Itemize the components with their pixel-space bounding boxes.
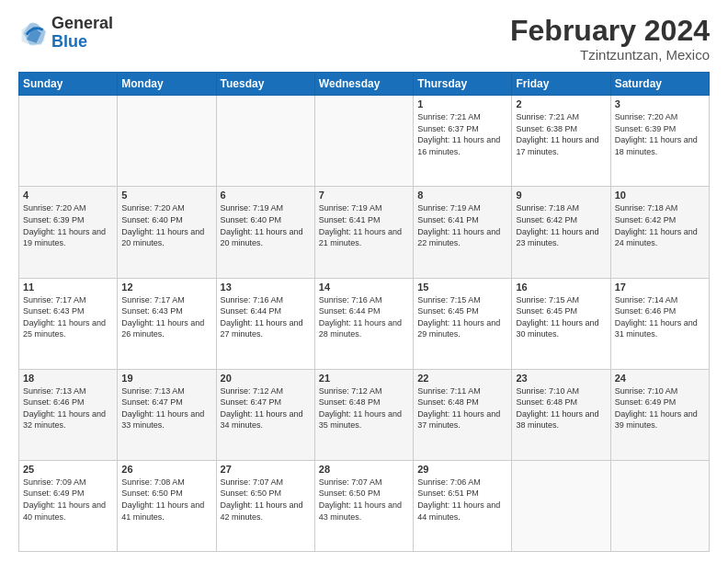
day-info: Sunrise: 7:15 AMSunset: 6:45 PMDaylight:… [516,294,606,340]
calendar-cell: 23Sunrise: 7:10 AMSunset: 6:48 PMDayligh… [512,369,610,460]
calendar-cell: 22Sunrise: 7:11 AMSunset: 6:48 PMDayligh… [414,369,512,460]
calendar-cell: 17Sunrise: 7:14 AMSunset: 6:46 PMDayligh… [610,278,709,369]
day-number: 19 [121,373,211,384]
day-info: Sunrise: 7:13 AMSunset: 6:46 PMDaylight:… [23,385,113,431]
calendar-cell [118,96,216,187]
day-number: 1 [417,98,507,109]
calendar-cell: 3Sunrise: 7:20 AMSunset: 6:39 PMDaylight… [610,96,709,187]
calendar-cell: 24Sunrise: 7:10 AMSunset: 6:49 PMDayligh… [610,369,709,460]
day-number: 2 [516,98,606,109]
calendar-cell: 13Sunrise: 7:16 AMSunset: 6:44 PMDayligh… [216,278,314,369]
day-info: Sunrise: 7:10 AMSunset: 6:48 PMDaylight:… [516,385,606,431]
day-info: Sunrise: 7:19 AMSunset: 6:41 PMDaylight:… [417,202,507,248]
calendar-header-row: SundayMondayTuesdayWednesdayThursdayFrid… [19,73,710,96]
day-number: 20 [221,373,311,384]
day-number: 17 [615,282,705,293]
day-info: Sunrise: 7:19 AMSunset: 6:40 PMDaylight:… [221,202,311,248]
day-number: 16 [516,282,606,293]
calendar-week-row: 11Sunrise: 7:17 AMSunset: 6:43 PMDayligh… [19,278,710,369]
day-info: Sunrise: 7:21 AMSunset: 6:37 PMDaylight:… [417,111,507,157]
day-info: Sunrise: 7:18 AMSunset: 6:42 PMDaylight:… [615,202,705,248]
day-number: 6 [221,190,311,201]
day-info: Sunrise: 7:20 AMSunset: 6:39 PMDaylight:… [615,111,705,157]
calendar-cell: 28Sunrise: 7:07 AMSunset: 6:50 PMDayligh… [314,460,413,551]
calendar-cell: 29Sunrise: 7:06 AMSunset: 6:51 PMDayligh… [414,460,512,551]
day-info: Sunrise: 7:17 AMSunset: 6:43 PMDaylight:… [121,294,211,340]
day-number: 26 [121,464,211,475]
calendar-cell [19,96,118,187]
calendar-week-row: 25Sunrise: 7:09 AMSunset: 6:49 PMDayligh… [19,460,710,551]
day-number: 18 [23,373,113,384]
day-info: Sunrise: 7:20 AMSunset: 6:40 PMDaylight:… [121,202,211,248]
calendar-cell: 10Sunrise: 7:18 AMSunset: 6:42 PMDayligh… [610,187,709,278]
calendar-cell: 18Sunrise: 7:13 AMSunset: 6:46 PMDayligh… [19,369,118,460]
calendar-cell: 1Sunrise: 7:21 AMSunset: 6:37 PMDaylight… [414,96,512,187]
calendar-cell: 26Sunrise: 7:08 AMSunset: 6:50 PMDayligh… [118,460,216,551]
subtitle: Tzintzuntzan, Mexico [510,47,710,63]
day-info: Sunrise: 7:15 AMSunset: 6:45 PMDaylight:… [417,294,507,340]
day-info: Sunrise: 7:07 AMSunset: 6:50 PMDaylight:… [319,477,409,523]
day-number: 25 [23,464,113,475]
day-info: Sunrise: 7:11 AMSunset: 6:48 PMDaylight:… [417,385,507,431]
day-info: Sunrise: 7:18 AMSunset: 6:42 PMDaylight:… [516,202,606,248]
day-info: Sunrise: 7:06 AMSunset: 6:51 PMDaylight:… [417,477,507,523]
day-info: Sunrise: 7:13 AMSunset: 6:47 PMDaylight:… [121,385,211,431]
calendar-cell: 20Sunrise: 7:12 AMSunset: 6:47 PMDayligh… [216,369,314,460]
logo-text: General Blue [51,15,113,52]
calendar-cell: 16Sunrise: 7:15 AMSunset: 6:45 PMDayligh… [512,278,610,369]
day-info: Sunrise: 7:14 AMSunset: 6:46 PMDaylight:… [615,294,705,340]
calendar-header-tuesday: Tuesday [216,73,314,96]
calendar-header-thursday: Thursday [414,73,512,96]
day-number: 14 [319,282,409,293]
day-info: Sunrise: 7:08 AMSunset: 6:50 PMDaylight:… [121,477,211,523]
calendar-cell: 11Sunrise: 7:17 AMSunset: 6:43 PMDayligh… [19,278,118,369]
day-number: 27 [221,464,311,475]
day-number: 24 [615,373,705,384]
day-info: Sunrise: 7:12 AMSunset: 6:47 PMDaylight:… [221,385,311,431]
calendar-cell: 8Sunrise: 7:19 AMSunset: 6:41 PMDaylight… [414,187,512,278]
page: General Blue February 2024 Tzintzuntzan,… [0,0,728,563]
calendar-cell: 14Sunrise: 7:16 AMSunset: 6:44 PMDayligh… [314,278,413,369]
day-number: 21 [319,373,409,384]
calendar-cell: 19Sunrise: 7:13 AMSunset: 6:47 PMDayligh… [118,369,216,460]
day-number: 7 [319,190,409,201]
calendar-cell: 5Sunrise: 7:20 AMSunset: 6:40 PMDaylight… [118,187,216,278]
day-number: 8 [417,190,507,201]
calendar-header-sunday: Sunday [19,73,118,96]
main-title: February 2024 [510,15,710,47]
day-info: Sunrise: 7:10 AMSunset: 6:49 PMDaylight:… [615,385,705,431]
calendar-cell [610,460,709,551]
calendar-cell [314,96,413,187]
calendar-cell: 4Sunrise: 7:20 AMSunset: 6:39 PMDaylight… [19,187,118,278]
day-info: Sunrise: 7:16 AMSunset: 6:44 PMDaylight:… [221,294,311,340]
day-number: 5 [121,190,211,201]
day-info: Sunrise: 7:12 AMSunset: 6:48 PMDaylight:… [319,385,409,431]
calendar-cell [216,96,314,187]
day-number: 10 [615,190,705,201]
logo-blue: Blue [51,33,113,52]
calendar-table: SundayMondayTuesdayWednesdayThursdayFrid… [18,72,710,552]
day-number: 15 [417,282,507,293]
calendar-header-saturday: Saturday [610,73,709,96]
calendar-cell: 21Sunrise: 7:12 AMSunset: 6:48 PMDayligh… [314,369,413,460]
day-info: Sunrise: 7:21 AMSunset: 6:38 PMDaylight:… [516,111,606,157]
logo-general: General [51,15,113,33]
calendar-header-wednesday: Wednesday [314,73,413,96]
day-number: 9 [516,190,606,201]
calendar-cell: 27Sunrise: 7:07 AMSunset: 6:50 PMDayligh… [216,460,314,551]
calendar-cell: 15Sunrise: 7:15 AMSunset: 6:45 PMDayligh… [414,278,512,369]
calendar-cell [512,460,610,551]
day-number: 28 [319,464,409,475]
calendar-header-friday: Friday [512,73,610,96]
day-info: Sunrise: 7:20 AMSunset: 6:39 PMDaylight:… [23,202,113,248]
header: General Blue February 2024 Tzintzuntzan,… [18,15,710,63]
logo: General Blue [18,15,113,52]
day-info: Sunrise: 7:09 AMSunset: 6:49 PMDaylight:… [23,477,113,523]
calendar-cell: 9Sunrise: 7:18 AMSunset: 6:42 PMDaylight… [512,187,610,278]
calendar-cell: 25Sunrise: 7:09 AMSunset: 6:49 PMDayligh… [19,460,118,551]
logo-icon [18,18,48,48]
calendar-header-monday: Monday [118,73,216,96]
day-info: Sunrise: 7:17 AMSunset: 6:43 PMDaylight:… [23,294,113,340]
day-number: 11 [23,282,113,293]
title-block: February 2024 Tzintzuntzan, Mexico [510,15,710,63]
